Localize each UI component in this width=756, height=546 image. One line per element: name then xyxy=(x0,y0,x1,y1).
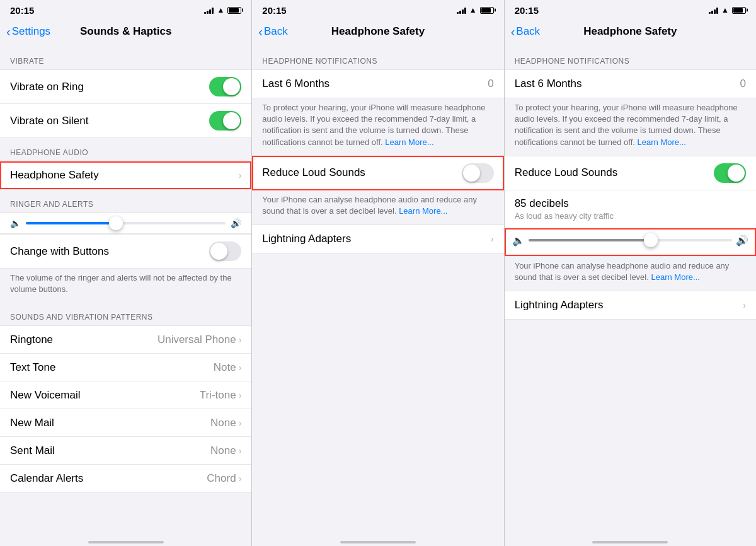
signal-icon-2 xyxy=(457,6,466,14)
decibels-sub: As loud as heavy city traffic xyxy=(515,211,746,221)
reduce-info-2: Your iPhone can analyse headphone audio … xyxy=(252,190,503,224)
vibrate-on-silent-toggle[interactable] xyxy=(209,111,241,131)
last-6-months-label-3: Last 6 Months xyxy=(515,78,582,90)
home-indicator-1 xyxy=(0,533,251,546)
back-label-3[interactable]: Back xyxy=(516,25,540,38)
headphone-safety-label: Headphone Safety xyxy=(10,169,99,182)
learn-more-link-3[interactable]: Learn More... xyxy=(638,137,686,147)
ringer-slider-row[interactable]: 🔈 🔊 xyxy=(0,212,251,234)
wifi-icon-2: ▲ xyxy=(469,6,477,15)
text-tone-item[interactable]: Text Tone Note › xyxy=(0,354,251,381)
reduce-loud-item-3[interactable]: Reduce Loud Sounds xyxy=(505,156,756,190)
text-tone-chevron: › xyxy=(239,363,242,373)
headphone-info-text-2: To protect your hearing, your iPhone wil… xyxy=(262,103,485,147)
vibrate-on-silent-item[interactable]: Vibrate on Silent xyxy=(0,104,251,137)
nav-title-1: Sounds & Haptics xyxy=(80,25,171,38)
screen-content-3: HEADPHONE NOTIFICATIONS Last 6 Months 0 … xyxy=(505,47,756,533)
last-6-months-label-2: Last 6 Months xyxy=(262,78,329,90)
sent-mail-item[interactable]: Sent Mail None › xyxy=(0,437,251,465)
calendar-alerts-item[interactable]: Calendar Alerts Chord › xyxy=(0,465,251,492)
screen-content-1: VIBRATE Vibrate on Ring Vibrate on Silen… xyxy=(0,47,251,533)
lightning-adapters-item-3[interactable]: Lightning Adapters › xyxy=(505,291,756,319)
volume-slider-row-3[interactable]: 🔈 🔊 xyxy=(505,228,756,253)
new-mail-label: New Mail xyxy=(10,417,54,429)
volume-slider-item-3[interactable]: 🔈 🔊 xyxy=(505,228,756,256)
vibrate-on-ring-label: Vibrate on Ring xyxy=(10,81,84,93)
reduce-learn-more-3[interactable]: Learn More... xyxy=(651,272,699,282)
last-6-months-count-2: 0 xyxy=(488,78,493,90)
last-6-months-group-2: Last 6 Months 0 xyxy=(252,69,503,98)
back-label-1[interactable]: Settings xyxy=(12,25,50,38)
screen-sounds-haptics: 20:15 ▲ ‹ Settings Sounds & Haptics xyxy=(0,0,252,546)
section-headphone-audio: HEADPHONE AUDIO xyxy=(0,138,251,161)
back-arrow-3: ‹ xyxy=(511,25,515,39)
section-sounds-patterns: SOUNDS AND VIBRATION PATTERNS xyxy=(0,303,251,325)
nav-title-3: Headphone Safety xyxy=(583,25,677,38)
sent-mail-chevron: › xyxy=(239,446,242,456)
back-label-2[interactable]: Back xyxy=(264,25,288,38)
back-arrow-2: ‹ xyxy=(258,25,263,39)
back-button-1[interactable]: ‹ Settings xyxy=(6,25,50,39)
vol-track-3[interactable] xyxy=(529,239,732,241)
text-tone-label: Text Tone xyxy=(10,361,55,374)
lightning-adapters-item-2[interactable]: Lightning Adapters › xyxy=(252,225,503,253)
decibels-label: 85 decibels xyxy=(515,197,746,210)
status-icons-3: ▲ xyxy=(709,6,746,15)
sent-mail-value: None › xyxy=(210,444,241,457)
status-icons-2: ▲ xyxy=(457,6,494,15)
new-voicemail-chevron: › xyxy=(239,390,242,400)
lightning-adapters-chevron-3: › xyxy=(743,300,746,310)
battery-icon-1 xyxy=(227,7,241,14)
new-voicemail-value-text: Tri-tone xyxy=(200,389,236,402)
change-with-buttons-toggle[interactable] xyxy=(209,241,241,261)
ringer-slider-track[interactable] xyxy=(26,222,226,224)
back-arrow-1: ‹ xyxy=(6,25,11,39)
calendar-alerts-chevron: › xyxy=(239,473,242,484)
reduce-learn-more-2[interactable]: Learn More... xyxy=(399,206,447,216)
wifi-icon-3: ▲ xyxy=(721,6,729,15)
vol-high-icon-3: 🔊 xyxy=(736,235,748,247)
ringtone-value: Universal Phone › xyxy=(158,334,241,346)
time-2: 20:15 xyxy=(262,5,286,16)
home-indicator-3 xyxy=(505,533,756,546)
new-voicemail-item[interactable]: New Voicemail Tri-tone › xyxy=(0,381,251,409)
vibrate-on-ring-item[interactable]: Vibrate on Ring xyxy=(0,70,251,104)
ringtone-label: Ringtone xyxy=(10,334,53,346)
volume-low-icon: 🔈 xyxy=(10,218,21,228)
lightning-adapters-group-2: Lightning Adapters › xyxy=(252,224,503,253)
status-bar-1: 20:15 ▲ xyxy=(0,0,251,19)
ringtone-item[interactable]: Ringtone Universal Phone › xyxy=(0,326,251,354)
section-vibrate: VIBRATE xyxy=(0,47,251,69)
screen-content-2: HEADPHONE NOTIFICATIONS Last 6 Months 0 … xyxy=(252,47,503,533)
wifi-icon-1: ▲ xyxy=(217,6,224,15)
volume-high-icon: 🔊 xyxy=(231,218,241,228)
last-6-months-item-3[interactable]: Last 6 Months 0 xyxy=(505,70,756,98)
last-6-months-item-2[interactable]: Last 6 Months 0 xyxy=(252,70,503,98)
vibrate-on-ring-toggle[interactable] xyxy=(209,77,241,96)
calendar-alerts-label: Calendar Alerts xyxy=(10,472,83,485)
screen-headphone-safety-off: 20:15 ▲ ‹ Back Headphone Safety xyxy=(252,0,504,546)
calendar-alerts-value: Chord › xyxy=(207,472,241,485)
home-indicator-2 xyxy=(252,533,503,546)
reduce-loud-toggle-2[interactable] xyxy=(462,163,494,183)
headphone-safety-item[interactable]: Headphone Safety › xyxy=(0,161,251,189)
reduce-loud-group-3: Reduce Loud Sounds 85 decibels As loud a… xyxy=(505,156,756,257)
learn-more-link-2[interactable]: Learn More... xyxy=(385,137,433,147)
back-button-3[interactable]: ‹ Back xyxy=(511,25,540,39)
ringer-info-text: The volume of the ringer and alerts will… xyxy=(0,269,251,303)
reduce-loud-item-2[interactable]: Reduce Loud Sounds xyxy=(252,156,503,190)
text-tone-value: Note › xyxy=(214,361,242,374)
reduce-loud-label-3: Reduce Loud Sounds xyxy=(515,166,618,179)
change-with-buttons-item[interactable]: Change with Buttons xyxy=(0,235,251,268)
reduce-loud-toggle-3[interactable] xyxy=(714,163,746,183)
nav-bar-2: ‹ Back Headphone Safety xyxy=(252,19,503,47)
lightning-adapters-label-2: Lightning Adapters xyxy=(262,233,351,245)
nav-bar-1: ‹ Settings Sounds & Haptics xyxy=(0,19,251,47)
sent-mail-value-text: None xyxy=(210,444,236,457)
vol-low-icon-3: 🔈 xyxy=(512,235,525,247)
new-mail-item[interactable]: New Mail None › xyxy=(0,409,251,437)
signal-icon-1 xyxy=(204,6,214,14)
new-voicemail-value: Tri-tone › xyxy=(200,389,242,402)
status-icons-1: ▲ xyxy=(204,6,241,15)
back-button-2[interactable]: ‹ Back xyxy=(258,25,287,39)
